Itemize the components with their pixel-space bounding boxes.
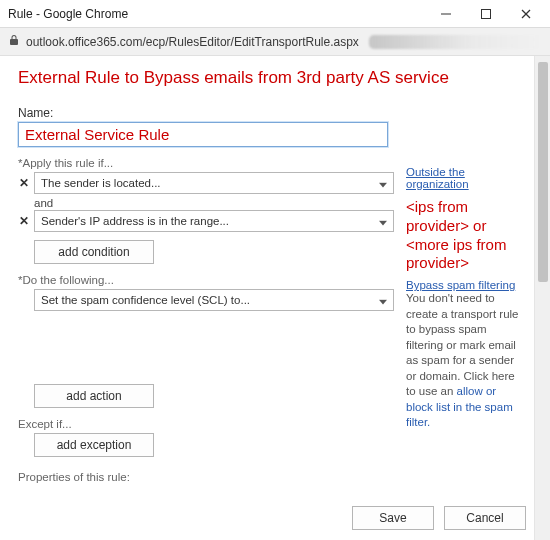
close-button[interactable]	[506, 1, 546, 27]
dialog-footer: Save Cancel	[352, 506, 526, 530]
bypass-filtering-link[interactable]: Bypass spam filtering	[406, 279, 515, 291]
except-if-label: Except if...	[18, 418, 394, 430]
window-titlebar: Rule - Google Chrome	[0, 0, 550, 28]
url-text[interactable]: outlook.office365.com/ecp/RulesEditor/Ed…	[26, 35, 359, 49]
maximize-button[interactable]	[466, 1, 506, 27]
svg-rect-1	[482, 9, 491, 18]
action-1-text: Set the spam confidence level (SCL) to..…	[41, 294, 250, 306]
action-1-dropdown[interactable]: Set the spam confidence level (SCL) to..…	[34, 289, 394, 311]
chevron-down-icon	[379, 216, 387, 228]
apply-if-label: *Apply this rule if...	[18, 157, 394, 169]
condition-1-text: The sender is located...	[41, 177, 161, 189]
ip-annotation: <ips from provider> or <more ips from pr…	[406, 198, 526, 273]
name-label: Name:	[18, 106, 394, 120]
add-condition-button[interactable]: add condition	[34, 240, 154, 264]
properties-label: Properties of this rule:	[18, 471, 394, 483]
condition-1-dropdown[interactable]: The sender is located...	[34, 172, 394, 194]
svg-rect-0	[441, 13, 451, 14]
window-title: Rule - Google Chrome	[8, 7, 426, 21]
page-title: External Rule to Bypass emails from 3rd …	[18, 68, 526, 88]
remove-condition-2-icon[interactable]: ✕	[18, 214, 30, 228]
address-bar: outlook.office365.com/ecp/RulesEditor/Ed…	[0, 28, 550, 56]
outside-org-link[interactable]: Outside the organization	[406, 166, 526, 190]
url-blurred-tail	[369, 35, 542, 49]
remove-condition-1-icon[interactable]: ✕	[18, 176, 30, 190]
bypass-info-text: You don't need to create a transport rul…	[406, 291, 526, 431]
rule-name-input[interactable]	[18, 122, 388, 147]
condition-2-text: Sender's IP address is in the range...	[41, 215, 229, 227]
chevron-down-icon	[379, 295, 387, 307]
scrollbar-track[interactable]	[534, 56, 550, 540]
chevron-down-icon	[379, 178, 387, 190]
minimize-button[interactable]	[426, 1, 466, 27]
bypass-body-1: You don't need to create a transport rul…	[406, 292, 519, 397]
save-button[interactable]: Save	[352, 506, 434, 530]
do-following-label: *Do the following...	[18, 274, 394, 286]
add-action-button[interactable]: add action	[34, 384, 154, 408]
and-label: and	[34, 197, 394, 209]
rule-editor-panel: External Rule to Bypass emails from 3rd …	[0, 56, 534, 540]
lock-icon	[8, 34, 20, 49]
scrollbar-thumb[interactable]	[538, 62, 548, 282]
cancel-button[interactable]: Cancel	[444, 506, 526, 530]
add-exception-button[interactable]: add exception	[34, 433, 154, 457]
condition-2-dropdown[interactable]: Sender's IP address is in the range...	[34, 210, 394, 232]
